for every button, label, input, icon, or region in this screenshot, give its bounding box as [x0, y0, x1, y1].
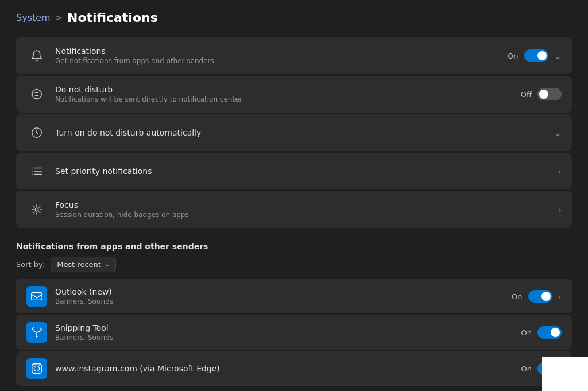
auto-dnd-chevron-down-icon: ⌄ [554, 127, 562, 138]
outlook-toggle[interactable] [528, 290, 552, 303]
dnd-text: Do not disturb Notifications will be sen… [55, 85, 521, 103]
dnd-toggle-label: Off [521, 90, 532, 99]
notifications-text: Notifications Get notifications from app… [55, 47, 508, 65]
dnd-controls: Off [521, 88, 562, 100]
priority-title: Set priority notifications [55, 167, 558, 176]
outlook-text: Outlook (new) Banners, Sounds [55, 287, 512, 305]
focus-text: Focus Session duration, hide badges on a… [55, 200, 558, 219]
focus-controls: › [558, 204, 562, 215]
notifications-title: Notifications [55, 47, 508, 56]
dnd-item[interactable]: Do not disturb Notifications will be sen… [16, 76, 572, 113]
outlook-right: On › [512, 290, 562, 303]
outlook-toggle-label: On [512, 292, 522, 301]
outlook-item[interactable]: Outlook (new) Banners, Sounds On › [16, 279, 572, 313]
priority-item[interactable]: Set priority notifications › [16, 153, 572, 189]
breadcrumb-system[interactable]: System [16, 12, 51, 23]
focus-item[interactable]: Focus Session duration, hide badges on a… [16, 191, 572, 228]
priority-chevron-right-icon: › [558, 166, 562, 177]
svg-point-0 [32, 90, 42, 99]
sort-value: Most recent [57, 260, 101, 269]
notifications-controls: On ⌄ [508, 49, 562, 62]
instagram-toggle-label: On [521, 365, 532, 373]
apps-section: Notifications from apps and other sender… [16, 242, 572, 386]
bell-icon [26, 45, 47, 66]
svg-rect-9 [32, 293, 42, 300]
svg-point-8 [35, 208, 38, 211]
priority-text: Set priority notifications [55, 167, 558, 176]
snipping-toggle[interactable] [537, 326, 562, 339]
auto-dnd-item[interactable]: Turn on do not disturb automatically ⌄ [16, 114, 572, 151]
instagram-name: www.instagram.com (via Microsoft Edge) [55, 364, 521, 373]
snipping-desc: Banners, Sounds [55, 334, 521, 342]
auto-dnd-text: Turn on do not disturb automatically [55, 128, 554, 137]
focus-title: Focus [55, 200, 558, 210]
auto-dnd-title: Turn on do not disturb automatically [55, 128, 554, 137]
apps-section-title: Notifications from apps and other sender… [16, 242, 572, 251]
dnd-subtitle: Notifications will be sent directly to n… [55, 95, 521, 103]
clock-dnd-icon [26, 122, 47, 143]
white-overlay [542, 357, 588, 391]
outlook-name: Outlook (new) [55, 287, 512, 296]
page-title: Notifications [67, 10, 158, 25]
snipping-app-icon [26, 322, 47, 343]
sort-dropdown[interactable]: Most recent ⌄ [51, 257, 116, 272]
svg-point-11 [34, 366, 39, 371]
focus-icon [26, 199, 47, 220]
notifications-toggle-label: On [508, 52, 518, 60]
notifications-subtitle: Get notifications from apps and other se… [55, 57, 508, 65]
focus-subtitle: Session duration, hide badges on apps [55, 211, 558, 219]
instagram-item[interactable]: www.instagram.com (via Microsoft Edge) O… [16, 351, 572, 386]
focus-chevron-right-icon: › [558, 204, 562, 215]
svg-rect-12 [32, 364, 42, 374]
instagram-app-icon [26, 358, 47, 379]
priority-icon [26, 161, 47, 181]
breadcrumb-separator: > [55, 12, 63, 23]
priority-controls: › [558, 166, 562, 177]
auto-dnd-controls: ⌄ [554, 127, 562, 138]
snipping-text: Snipping Tool Banners, Sounds [55, 323, 521, 342]
sort-label: Sort by: [16, 260, 45, 269]
svg-point-10 [36, 336, 38, 338]
notifications-item[interactable]: Notifications Get notifications from app… [16, 37, 572, 74]
dnd-toggle[interactable] [537, 88, 562, 100]
snipping-tool-item[interactable]: Snipping Tool Banners, Sounds On [16, 315, 572, 350]
sort-row: Sort by: Most recent ⌄ [16, 257, 572, 272]
notifications-chevron-down-icon: ⌄ [554, 51, 562, 61]
settings-list: Notifications Get notifications from app… [16, 37, 572, 228]
instagram-text: www.instagram.com (via Microsoft Edge) [55, 364, 521, 373]
dnd-icon [26, 84, 47, 104]
outlook-app-icon [26, 286, 47, 307]
svg-point-13 [39, 365, 40, 366]
snipping-toggle-label: On [521, 328, 532, 337]
notifications-toggle[interactable] [524, 49, 548, 62]
sort-dropdown-chevron-icon: ⌄ [105, 261, 110, 268]
dnd-title: Do not disturb [55, 85, 521, 94]
outlook-desc: Banners, Sounds [55, 297, 512, 305]
snipping-right: On [521, 326, 562, 339]
outlook-chevron-right-icon: › [558, 291, 562, 302]
snipping-name: Snipping Tool [55, 323, 521, 332]
breadcrumb: System > Notifications [16, 10, 572, 25]
app-list: Outlook (new) Banners, Sounds On › [16, 279, 572, 386]
